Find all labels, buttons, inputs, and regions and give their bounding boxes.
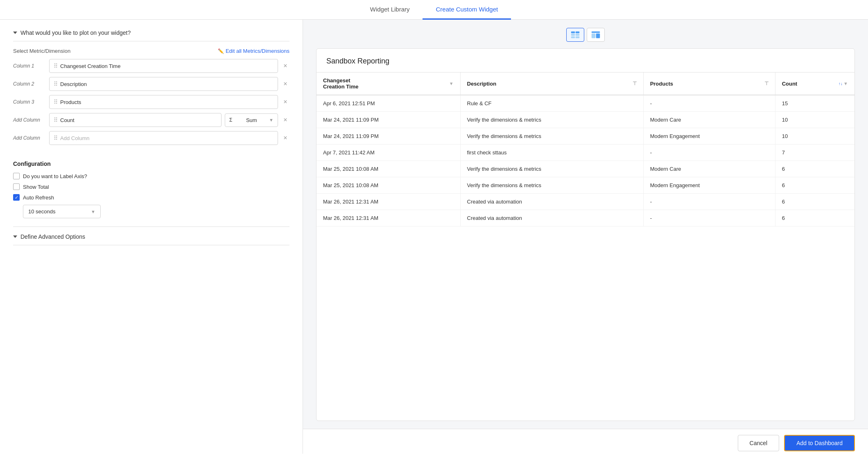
edit-metrics-link[interactable]: ✏️ Edit all Metrics/Dimensions: [218, 48, 289, 54]
right-panel: Sandbox Reporting ChangesetCreation Time…: [303, 20, 868, 454]
add-column-2-label: Add Column: [13, 135, 46, 141]
drag-icon-2: ⠿: [54, 81, 58, 87]
cell-products: Modern Care: [643, 112, 775, 128]
report-title: Sandbox Reporting: [316, 49, 854, 72]
table-scroll-area[interactable]: ChangesetCreation Time ▼ Description ⊤: [316, 72, 854, 226]
add-column-row-2: Add Column ⠿ Add Column ×: [13, 131, 289, 145]
count-value: Count: [60, 117, 217, 123]
sum-label: Sum: [246, 117, 257, 123]
sum-select[interactable]: Σ Sum ▼: [225, 113, 278, 127]
advanced-chevron-icon[interactable]: [13, 235, 17, 238]
cell-count: 10: [775, 128, 854, 145]
column-1-remove-button[interactable]: ×: [281, 62, 289, 70]
add-column-1-remove-button[interactable]: ×: [281, 116, 289, 124]
table-row: Mar 24, 2021 11:09 PM Verify the dimensi…: [316, 128, 854, 145]
main-layout: What would you like to plot on your widg…: [0, 20, 868, 454]
tab-create-custom-widget[interactable]: Create Custom Widget: [423, 0, 511, 20]
table-view-button[interactable]: [566, 28, 584, 42]
table-row: Apr 6, 2021 12:51 PM Rule & CF - 15: [316, 95, 854, 112]
add-column-2-placeholder: Add Column: [60, 135, 274, 141]
cell-count: 6: [775, 194, 854, 210]
filter-description-icon[interactable]: ⊤: [633, 81, 637, 86]
refresh-chevron-icon: ▼: [91, 209, 95, 214]
section-plot-title: What would you like to plot on your widg…: [20, 29, 131, 36]
add-column-1-label: Add Column: [13, 117, 46, 123]
column-2-value: Description: [60, 81, 274, 87]
cell-products: -: [643, 210, 775, 226]
table-row: Mar 25, 2021 10:08 AM Verify the dimensi…: [316, 177, 854, 194]
svg-rect-2: [571, 34, 575, 36]
drag-icon-3: ⠿: [54, 99, 58, 105]
sigma-icon: Σ: [229, 117, 232, 123]
sort-count-asc-icon[interactable]: ↑↓: [839, 81, 843, 86]
cell-description: Verify the dimensions & metrics: [460, 128, 643, 145]
add-column-2-remove-button[interactable]: ×: [281, 134, 289, 142]
column-2-label: Column 2: [13, 81, 46, 87]
show-total-label: Show Total: [23, 184, 49, 190]
svg-rect-1: [576, 32, 579, 33]
table-row: Mar 24, 2021 11:09 PM Verify the dimensi…: [316, 112, 854, 128]
advanced-options-section: Define Advanced Options: [13, 226, 289, 245]
cell-products: -: [643, 194, 775, 210]
tab-widget-library[interactable]: Widget Library: [357, 0, 423, 20]
section-chevron-icon[interactable]: [13, 32, 17, 34]
show-total-item: Show Total: [13, 183, 289, 190]
advanced-options-header: Define Advanced Options: [13, 233, 289, 245]
label-axis-item: Do you want to Label Axis?: [13, 173, 289, 179]
cell-changeset-time: Apr 7, 2021 11:42 AM: [316, 145, 460, 161]
add-column-2-input[interactable]: ⠿ Add Column: [49, 131, 278, 145]
refresh-interval-select[interactable]: 10 seconds ▼: [23, 205, 101, 218]
sort-count-chevron-icon[interactable]: ▼: [843, 81, 848, 86]
cell-description: Created via automation: [460, 210, 643, 226]
th-products: Products ⊤: [643, 72, 775, 95]
add-column-row-1: Add Column ⠿ Count Σ Sum ▼ ×: [13, 113, 289, 127]
column-1-input[interactable]: ⠿ Changeset Creation Time: [49, 59, 278, 73]
th-description: Description ⊤: [460, 72, 643, 95]
svg-rect-7: [592, 34, 595, 38]
refresh-interval-value: 10 seconds: [28, 208, 56, 215]
svg-rect-3: [576, 34, 579, 36]
cell-changeset-time: Mar 25, 2021 10:08 AM: [316, 177, 460, 194]
column-2-remove-button[interactable]: ×: [281, 80, 289, 88]
advanced-options-title: Define Advanced Options: [20, 233, 85, 240]
auto-refresh-label: Auto Refresh: [23, 195, 54, 201]
label-axis-label: Do you want to Label Axis?: [23, 173, 87, 179]
cell-description: Created via automation: [460, 194, 643, 210]
metric-selector-label: Select Metric/Dimension: [13, 48, 70, 54]
edit-icon: ✏️: [218, 48, 224, 54]
cell-changeset-time: Mar 26, 2021 12:31 AM: [316, 194, 460, 210]
card-view-button[interactable]: [587, 28, 605, 42]
sum-chevron-icon: ▼: [269, 118, 274, 122]
sort-changeset-icon[interactable]: ▼: [449, 81, 454, 86]
column-3-label: Column 3: [13, 99, 46, 105]
svg-rect-8: [596, 34, 600, 38]
drag-icon-4: ⠿: [54, 117, 58, 123]
column-2-input[interactable]: ⠿ Description: [49, 77, 278, 91]
auto-refresh-checkbox[interactable]: [13, 194, 20, 201]
column-3-input[interactable]: ⠿ Products: [49, 95, 278, 109]
th-count: Count ↑↓ ▼: [775, 72, 854, 95]
drag-icon-5: ⠿: [54, 135, 58, 141]
add-to-dashboard-button[interactable]: Add to Dashboard: [784, 435, 855, 451]
column-3-remove-button[interactable]: ×: [281, 98, 289, 106]
cell-count: 7: [775, 145, 854, 161]
cell-changeset-time: Mar 25, 2021 10:08 AM: [316, 161, 460, 177]
show-total-checkbox[interactable]: [13, 183, 20, 190]
table-row: Mar 25, 2021 10:08 AM Verify the dimensi…: [316, 161, 854, 177]
table-body: Apr 6, 2021 12:51 PM Rule & CF - 15 Mar …: [316, 95, 854, 226]
cell-description: Verify the dimensions & metrics: [460, 161, 643, 177]
cancel-button[interactable]: Cancel: [738, 435, 780, 451]
cell-description: Verify the dimensions & metrics: [460, 177, 643, 194]
card-view-icon: [591, 31, 600, 38]
column-3-value: Products: [60, 99, 274, 105]
cell-products: Modern Engagement: [643, 177, 775, 194]
label-axis-checkbox[interactable]: [13, 173, 20, 179]
count-input[interactable]: ⠿ Count: [49, 113, 222, 127]
filter-products-icon[interactable]: ⊤: [764, 81, 769, 86]
left-panel: What would you like to plot on your widg…: [0, 20, 303, 454]
cell-products: -: [643, 95, 775, 112]
column-row-1: Column 1 ⠿ Changeset Creation Time ×: [13, 59, 289, 73]
th-changeset-time: ChangesetCreation Time ▼: [316, 72, 460, 95]
drag-icon-1: ⠿: [54, 63, 58, 69]
cell-description: Verify the dimensions & metrics: [460, 112, 643, 128]
